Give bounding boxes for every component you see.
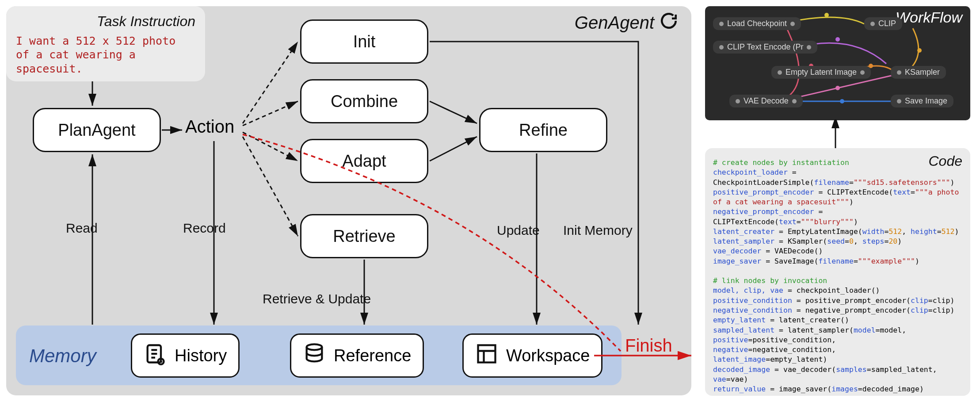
- planagent-node: PlanAgent: [33, 108, 161, 152]
- svg-line-11: [243, 42, 298, 123]
- history-label: History: [175, 346, 227, 365]
- reference-node: Reference: [290, 333, 424, 378]
- task-text: I want a 512 x 512 photo of a cat wearin…: [16, 34, 195, 76]
- combine-label: Combine: [331, 92, 398, 111]
- code-to-workflow-arrow: [827, 119, 844, 150]
- adapt-node: Adapt: [300, 139, 428, 183]
- workspace-label: Workspace: [506, 346, 590, 365]
- svg-rect-6: [478, 345, 496, 362]
- svg-point-25: [835, 37, 840, 42]
- svg-point-23: [835, 86, 840, 90]
- action-label: Action: [185, 117, 234, 136]
- document-icon: [144, 342, 167, 369]
- svg-point-26: [824, 13, 829, 17]
- refresh-icon: [660, 11, 678, 34]
- planagent-label: PlanAgent: [58, 121, 135, 140]
- record-label: Record: [183, 221, 226, 236]
- retrieve-update-label: Retrieve & Update: [263, 291, 371, 306]
- finish-label: Finish: [625, 336, 672, 356]
- svg-point-5: [307, 344, 322, 350]
- memory-strip: Memory History Reference: [16, 325, 622, 385]
- code-panel: Code # create nodes by instantiation che…: [705, 148, 970, 396]
- workflow-panel: WorkFlow Load Checkpoint CLIP CLIP Text …: [705, 6, 970, 120]
- retrieve-label: Retrieve: [333, 227, 396, 246]
- update-label: Update: [497, 223, 540, 238]
- retrieve-node: Retrieve: [300, 214, 428, 258]
- svg-point-22: [840, 99, 844, 103]
- task-title: Task Instruction: [16, 13, 195, 30]
- refine-node: Refine: [479, 108, 607, 152]
- genagent-panel: Task Instruction I want a 512 x 512 phot…: [6, 6, 691, 395]
- svg-point-27: [917, 48, 922, 53]
- wf-ksampler: KSampler: [891, 66, 946, 79]
- wf-empty-latent: Empty Latent Image: [771, 66, 871, 79]
- combine-node: Combine: [300, 79, 428, 123]
- svg-line-14: [243, 137, 298, 236]
- action-node: Action: [185, 117, 234, 137]
- genagent-title: GenAgent: [575, 11, 678, 34]
- genagent-label: GenAgent: [575, 13, 654, 33]
- svg-line-12: [243, 101, 298, 126]
- init-label: Init: [353, 32, 376, 51]
- wf-vae-decode: VAE Decode: [729, 95, 803, 107]
- read-label: Read: [66, 221, 98, 236]
- memory-title: Memory: [29, 345, 96, 367]
- wf-clip-b: CLIP Text Encode (Pr: [713, 41, 817, 54]
- svg-line-15: [430, 101, 477, 123]
- refine-label: Refine: [519, 121, 568, 140]
- init-node: Init: [300, 19, 428, 64]
- wf-load-checkpoint: Load Checkpoint: [713, 17, 801, 30]
- code-title: Code: [929, 152, 963, 171]
- database-icon: [303, 342, 326, 369]
- init-memory-label: Init Memory: [563, 223, 633, 238]
- wf-clip-a: CLIP: [864, 17, 902, 30]
- svg-line-13: [243, 132, 298, 161]
- reference-label: Reference: [334, 346, 411, 365]
- svg-line-16: [430, 137, 477, 161]
- code-block: # create nodes by instantiation checkpoi…: [713, 158, 962, 394]
- wf-save-image: Save Image: [891, 95, 953, 107]
- workspace-to-code-arrow: [690, 345, 707, 354]
- workspace-node: Workspace: [462, 333, 602, 378]
- adapt-label: Adapt: [342, 152, 386, 171]
- history-node: History: [131, 333, 240, 378]
- task-instruction-box: Task Instruction I want a 512 x 512 phot…: [6, 6, 205, 81]
- layout-icon: [475, 342, 498, 369]
